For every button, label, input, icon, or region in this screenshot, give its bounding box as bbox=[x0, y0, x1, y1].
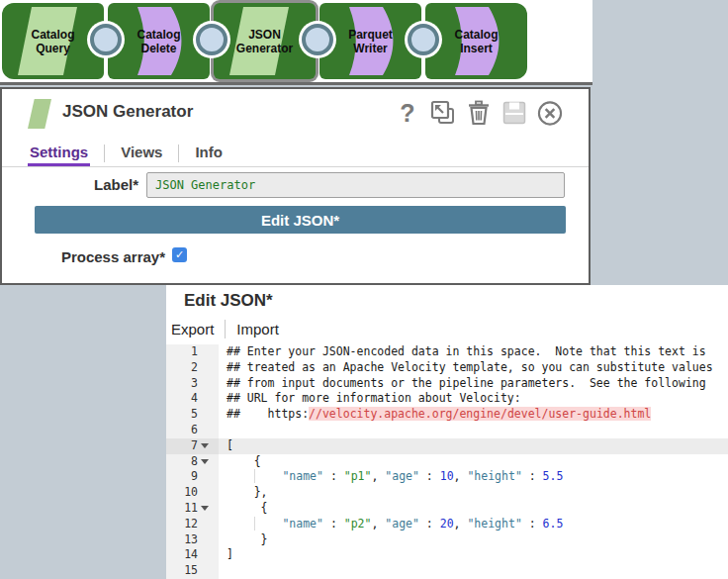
line-number-gutter: 4 bbox=[166, 391, 219, 407]
code-text: [ bbox=[219, 438, 728, 454]
line-number-gutter: 9 bbox=[166, 469, 219, 485]
connector-circle[interactable] bbox=[302, 24, 333, 55]
code-editor[interactable]: 1## Enter your JSON-encoded data in this… bbox=[166, 344, 728, 579]
help-icon: ? bbox=[400, 100, 414, 126]
code-line[interactable]: 7[ bbox=[166, 438, 728, 454]
desktop-background: CatalogQuery CatalogDelete JSONGenerator… bbox=[0, 0, 728, 579]
save-snap-button[interactable] bbox=[501, 100, 527, 126]
tab-info[interactable]: Info bbox=[193, 144, 225, 166]
snap-parallelogram-icon bbox=[28, 99, 51, 129]
export-snap-button[interactable] bbox=[430, 100, 456, 126]
code-line[interactable]: 4## URL for more information about Veloc… bbox=[166, 391, 728, 407]
label-field-caption: Label* bbox=[2, 176, 138, 193]
checkmark-icon: ✓ bbox=[175, 248, 184, 261]
edit-json-button[interactable]: Edit JSON* bbox=[35, 206, 566, 234]
close-icon bbox=[537, 100, 563, 127]
snap-label: CatalogDelete bbox=[108, 3, 210, 79]
panel-tabs: Settings Views Info bbox=[28, 140, 225, 166]
code-text bbox=[219, 563, 728, 579]
code-text: { bbox=[219, 454, 728, 470]
snap-catalog-insert[interactable]: CatalogInsert bbox=[425, 3, 527, 79]
panel-toolbar: ? bbox=[395, 99, 563, 127]
line-number-gutter: 3 bbox=[166, 376, 219, 392]
code-text: ## Enter your JSON-encoded data in this … bbox=[219, 344, 728, 360]
snap-label: CatalogInsert bbox=[425, 3, 527, 79]
code-line[interactable]: 1## Enter your JSON-encoded data in this… bbox=[166, 344, 728, 360]
tab-separator bbox=[104, 145, 105, 162]
import-link[interactable]: Import bbox=[236, 321, 279, 338]
tab-views[interactable]: Views bbox=[119, 144, 164, 166]
code-text: "name" : "p2", "age" : 20, "height" : 6.… bbox=[219, 517, 728, 532]
code-line[interactable]: 6 bbox=[166, 423, 728, 438]
connector-circle[interactable] bbox=[196, 24, 228, 55]
export-link[interactable]: Export bbox=[171, 321, 214, 338]
connector-circle[interactable] bbox=[90, 24, 122, 55]
label-input[interactable] bbox=[146, 172, 565, 198]
pipeline-snaps: CatalogQuery CatalogDelete JSONGenerator… bbox=[2, 3, 527, 79]
fold-arrow-icon[interactable] bbox=[201, 506, 209, 511]
line-number-gutter: 11 bbox=[166, 501, 219, 517]
code-text: ## from input documents or the pipeline … bbox=[219, 376, 728, 392]
fold-arrow-icon[interactable] bbox=[201, 459, 209, 464]
code-line[interactable]: 11 { bbox=[166, 501, 728, 517]
delete-snap-button[interactable] bbox=[466, 100, 492, 126]
code-line[interactable]: 14] bbox=[166, 547, 728, 563]
line-number-gutter: 10 bbox=[166, 485, 219, 501]
snap-label: CatalogQuery bbox=[2, 3, 104, 79]
snap-label: ParquetWriter bbox=[319, 3, 421, 79]
help-button[interactable]: ? bbox=[395, 100, 420, 126]
snap-label: JSONGenerator bbox=[214, 3, 316, 79]
process-array-caption: Process array* bbox=[2, 248, 165, 265]
code-line[interactable]: 9 "name" : "p1", "age" : 10, "height" : … bbox=[166, 469, 728, 485]
code-line[interactable]: 13 } bbox=[166, 532, 728, 548]
code-text: ## treated as an Apache Velocity templat… bbox=[219, 360, 728, 376]
snap-catalog-delete[interactable]: CatalogDelete bbox=[108, 3, 210, 79]
export-icon bbox=[430, 100, 456, 126]
snap-catalog-query[interactable]: CatalogQuery bbox=[2, 3, 104, 79]
code-text: ## https://velocity.apache.org/engine/de… bbox=[219, 407, 728, 423]
line-number-gutter: 2 bbox=[166, 360, 219, 376]
code-line[interactable]: 10 }, bbox=[166, 485, 728, 501]
line-number-gutter: 7 bbox=[166, 438, 219, 454]
code-line[interactable]: 12 "name" : "p2", "age" : 20, "height" :… bbox=[166, 517, 728, 532]
trash-icon bbox=[466, 100, 492, 126]
process-array-checkbox[interactable]: ✓ bbox=[172, 247, 187, 262]
dialog-toolbar: Export Import bbox=[171, 319, 279, 338]
line-number-gutter: 12 bbox=[166, 517, 219, 532]
code-text: "name" : "p1", "age" : 10, "height" : 5.… bbox=[219, 469, 728, 485]
tab-settings[interactable]: Settings bbox=[28, 144, 90, 166]
code-text bbox=[219, 423, 728, 438]
pipeline-canvas: CatalogQuery CatalogDelete JSONGenerator… bbox=[0, 0, 592, 85]
dialog-title: Edit JSON* bbox=[184, 291, 273, 311]
save-disk-icon bbox=[501, 100, 527, 126]
connector-circle[interactable] bbox=[408, 24, 439, 55]
code-text: ## URL for more information about Veloci… bbox=[219, 391, 728, 407]
close-panel-button[interactable] bbox=[537, 100, 563, 126]
code-line[interactable]: 3## from input documents or the pipeline… bbox=[166, 376, 728, 392]
snap-json-generator[interactable]: JSONGenerator bbox=[214, 3, 316, 79]
line-number-gutter: 6 bbox=[166, 423, 219, 438]
code-text: }, bbox=[219, 485, 728, 501]
line-number-gutter: 15 bbox=[166, 563, 219, 579]
tab-separator bbox=[178, 145, 179, 162]
line-number-gutter: 5 bbox=[166, 407, 219, 423]
edit-json-dialog: Edit JSON* Export Import 1## Enter your … bbox=[166, 285, 728, 579]
code-line[interactable]: 5## https://velocity.apache.org/engine/d… bbox=[166, 407, 728, 423]
line-number-gutter: 13 bbox=[166, 532, 219, 548]
tabs-divider bbox=[2, 166, 589, 167]
fold-arrow-icon[interactable] bbox=[201, 443, 209, 448]
panel-title: JSON Generator bbox=[62, 102, 193, 122]
line-number-gutter: 14 bbox=[166, 547, 219, 563]
code-line[interactable]: 15 bbox=[166, 563, 728, 579]
snap-settings-panel: JSON Generator ? bbox=[0, 87, 591, 285]
code-line[interactable]: 8 { bbox=[166, 454, 728, 470]
code-text: { bbox=[219, 501, 728, 517]
code-text: ] bbox=[219, 547, 728, 563]
toolbar-separator bbox=[225, 320, 226, 338]
snap-parquet-writer[interactable]: ParquetWriter bbox=[319, 3, 421, 79]
code-line[interactable]: 2## treated as an Apache Velocity templa… bbox=[166, 360, 728, 376]
line-number-gutter: 1 bbox=[166, 344, 219, 360]
code-text: } bbox=[219, 532, 728, 548]
line-number-gutter: 8 bbox=[166, 454, 219, 470]
